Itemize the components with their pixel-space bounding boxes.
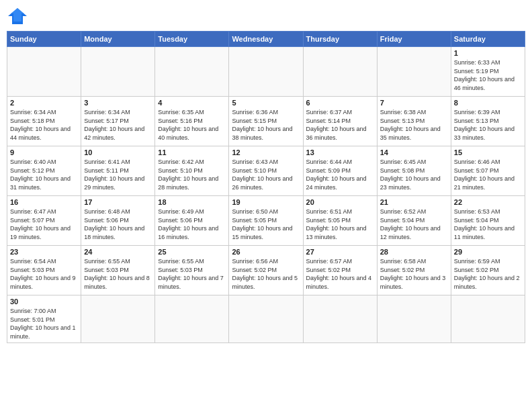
day-number: 20 bbox=[306, 198, 374, 206]
day-number: 25 bbox=[158, 248, 226, 256]
day-info: Sunrise: 6:47 AM Sunset: 5:07 PM Dayligh… bbox=[10, 208, 78, 241]
day-number: 1 bbox=[454, 49, 522, 57]
calendar-cell bbox=[303, 47, 377, 97]
weekday-header-friday: Friday bbox=[377, 32, 451, 47]
day-number: 30 bbox=[10, 298, 78, 306]
logo bbox=[7, 7, 31, 26]
calendar-cell bbox=[81, 295, 155, 343]
calendar-cell bbox=[155, 47, 229, 97]
weekday-header-sunday: Sunday bbox=[7, 32, 81, 47]
day-info: Sunrise: 6:55 AM Sunset: 5:03 PM Dayligh… bbox=[158, 257, 226, 291]
week-row-2: 9Sunrise: 6:40 AM Sunset: 5:12 PM Daylig… bbox=[7, 146, 525, 196]
day-info: Sunrise: 6:34 AM Sunset: 5:18 PM Dayligh… bbox=[10, 108, 78, 142]
week-row-5: 30Sunrise: 7:00 AM Sunset: 5:01 PM Dayli… bbox=[7, 295, 525, 343]
calendar-cell: 18Sunrise: 6:49 AM Sunset: 5:06 PM Dayli… bbox=[155, 196, 229, 246]
calendar-cell: 14Sunrise: 6:45 AM Sunset: 5:08 PM Dayli… bbox=[377, 146, 451, 196]
day-number: 28 bbox=[380, 248, 448, 256]
logo-icon bbox=[7, 7, 28, 26]
day-info: Sunrise: 6:59 AM Sunset: 5:02 PM Dayligh… bbox=[454, 257, 522, 291]
day-info: Sunrise: 6:36 AM Sunset: 5:15 PM Dayligh… bbox=[232, 108, 300, 142]
day-number: 16 bbox=[10, 198, 78, 206]
day-info: Sunrise: 6:49 AM Sunset: 5:06 PM Dayligh… bbox=[158, 208, 226, 241]
day-number: 11 bbox=[158, 148, 226, 156]
day-number: 7 bbox=[380, 99, 448, 107]
calendar-cell bbox=[155, 295, 229, 343]
calendar-cell: 15Sunrise: 6:46 AM Sunset: 5:07 PM Dayli… bbox=[451, 146, 525, 196]
calendar-cell bbox=[377, 47, 451, 97]
calendar-cell: 20Sunrise: 6:51 AM Sunset: 5:05 PM Dayli… bbox=[303, 196, 377, 246]
day-info: Sunrise: 6:46 AM Sunset: 5:07 PM Dayligh… bbox=[454, 158, 522, 191]
day-number: 6 bbox=[306, 99, 374, 107]
day-number: 2 bbox=[10, 99, 78, 107]
calendar-cell: 25Sunrise: 6:55 AM Sunset: 5:03 PM Dayli… bbox=[155, 246, 229, 295]
day-number: 18 bbox=[158, 198, 226, 206]
page: SundayMondayTuesdayWednesdayThursdayFrid… bbox=[0, 0, 532, 411]
day-info: Sunrise: 6:45 AM Sunset: 5:08 PM Dayligh… bbox=[380, 158, 448, 191]
weekday-header-row: SundayMondayTuesdayWednesdayThursdayFrid… bbox=[7, 32, 525, 47]
day-info: Sunrise: 6:38 AM Sunset: 5:13 PM Dayligh… bbox=[380, 108, 448, 142]
day-number: 29 bbox=[454, 248, 522, 256]
calendar-cell: 11Sunrise: 6:42 AM Sunset: 5:10 PM Dayli… bbox=[155, 146, 229, 196]
day-number: 3 bbox=[84, 99, 152, 107]
day-number: 19 bbox=[232, 198, 300, 206]
week-row-4: 23Sunrise: 6:54 AM Sunset: 5:03 PM Dayli… bbox=[7, 246, 525, 295]
day-info: Sunrise: 6:33 AM Sunset: 5:19 PM Dayligh… bbox=[454, 58, 522, 92]
calendar-cell bbox=[229, 47, 303, 97]
calendar-cell: 3Sunrise: 6:34 AM Sunset: 5:17 PM Daylig… bbox=[81, 97, 155, 146]
day-number: 27 bbox=[306, 248, 374, 256]
calendar-cell: 7Sunrise: 6:38 AM Sunset: 5:13 PM Daylig… bbox=[377, 97, 451, 146]
day-number: 10 bbox=[84, 148, 152, 156]
calendar-cell bbox=[7, 47, 81, 97]
weekday-header-saturday: Saturday bbox=[451, 32, 525, 47]
day-info: Sunrise: 6:58 AM Sunset: 5:02 PM Dayligh… bbox=[380, 257, 448, 291]
day-info: Sunrise: 6:51 AM Sunset: 5:05 PM Dayligh… bbox=[306, 208, 374, 241]
day-info: Sunrise: 6:54 AM Sunset: 5:03 PM Dayligh… bbox=[10, 257, 78, 291]
calendar-cell: 12Sunrise: 6:43 AM Sunset: 5:10 PM Dayli… bbox=[229, 146, 303, 196]
calendar-cell bbox=[229, 295, 303, 343]
week-row-0: 1Sunrise: 6:33 AM Sunset: 5:19 PM Daylig… bbox=[7, 47, 525, 97]
day-info: Sunrise: 6:40 AM Sunset: 5:12 PM Dayligh… bbox=[10, 158, 78, 191]
calendar-cell: 22Sunrise: 6:53 AM Sunset: 5:04 PM Dayli… bbox=[451, 196, 525, 246]
calendar-cell: 2Sunrise: 6:34 AM Sunset: 5:18 PM Daylig… bbox=[7, 97, 81, 146]
day-info: Sunrise: 6:39 AM Sunset: 5:13 PM Dayligh… bbox=[454, 108, 522, 142]
weekday-header-monday: Monday bbox=[81, 32, 155, 47]
calendar-cell: 4Sunrise: 6:35 AM Sunset: 5:16 PM Daylig… bbox=[155, 97, 229, 146]
calendar-cell: 29Sunrise: 6:59 AM Sunset: 5:02 PM Dayli… bbox=[451, 246, 525, 295]
header bbox=[7, 7, 525, 26]
day-number: 22 bbox=[454, 198, 522, 206]
day-info: Sunrise: 6:34 AM Sunset: 5:17 PM Dayligh… bbox=[84, 108, 152, 142]
calendar-cell: 27Sunrise: 6:57 AM Sunset: 5:02 PM Dayli… bbox=[303, 246, 377, 295]
calendar-cell: 30Sunrise: 7:00 AM Sunset: 5:01 PM Dayli… bbox=[7, 295, 81, 343]
calendar-cell: 10Sunrise: 6:41 AM Sunset: 5:11 PM Dayli… bbox=[81, 146, 155, 196]
calendar-cell: 16Sunrise: 6:47 AM Sunset: 5:07 PM Dayli… bbox=[7, 196, 81, 246]
day-info: Sunrise: 6:53 AM Sunset: 5:04 PM Dayligh… bbox=[454, 208, 522, 241]
day-info: Sunrise: 6:42 AM Sunset: 5:10 PM Dayligh… bbox=[158, 158, 226, 191]
day-number: 14 bbox=[380, 148, 448, 156]
calendar-cell: 23Sunrise: 6:54 AM Sunset: 5:03 PM Dayli… bbox=[7, 246, 81, 295]
day-info: Sunrise: 6:44 AM Sunset: 5:09 PM Dayligh… bbox=[306, 158, 374, 191]
weekday-header-wednesday: Wednesday bbox=[229, 32, 303, 47]
day-number: 15 bbox=[454, 148, 522, 156]
calendar-cell: 13Sunrise: 6:44 AM Sunset: 5:09 PM Dayli… bbox=[303, 146, 377, 196]
calendar-cell bbox=[81, 47, 155, 97]
day-number: 8 bbox=[454, 99, 522, 107]
calendar-cell: 28Sunrise: 6:58 AM Sunset: 5:02 PM Dayli… bbox=[377, 246, 451, 295]
calendar-cell: 26Sunrise: 6:56 AM Sunset: 5:02 PM Dayli… bbox=[229, 246, 303, 295]
weekday-header-tuesday: Tuesday bbox=[155, 32, 229, 47]
calendar-cell: 19Sunrise: 6:50 AM Sunset: 5:05 PM Dayli… bbox=[229, 196, 303, 246]
day-number: 21 bbox=[380, 198, 448, 206]
calendar-cell: 21Sunrise: 6:52 AM Sunset: 5:04 PM Dayli… bbox=[377, 196, 451, 246]
calendar-cell: 5Sunrise: 6:36 AM Sunset: 5:15 PM Daylig… bbox=[229, 97, 303, 146]
calendar-cell bbox=[303, 295, 377, 343]
day-number: 17 bbox=[84, 198, 152, 206]
day-number: 5 bbox=[232, 99, 300, 107]
day-number: 23 bbox=[10, 248, 78, 256]
day-info: Sunrise: 6:57 AM Sunset: 5:02 PM Dayligh… bbox=[306, 257, 374, 291]
day-number: 9 bbox=[10, 148, 78, 156]
calendar-cell bbox=[451, 295, 525, 343]
day-info: Sunrise: 6:50 AM Sunset: 5:05 PM Dayligh… bbox=[232, 208, 300, 241]
day-info: Sunrise: 6:55 AM Sunset: 5:03 PM Dayligh… bbox=[84, 257, 152, 291]
week-row-3: 16Sunrise: 6:47 AM Sunset: 5:07 PM Dayli… bbox=[7, 196, 525, 246]
day-info: Sunrise: 6:37 AM Sunset: 5:14 PM Dayligh… bbox=[306, 108, 374, 142]
weekday-header-thursday: Thursday bbox=[303, 32, 377, 47]
